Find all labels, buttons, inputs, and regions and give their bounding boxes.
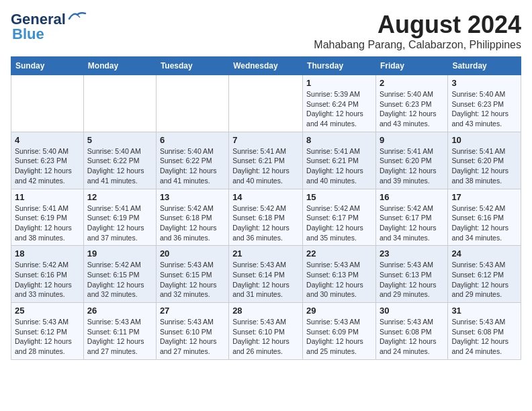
day-number: 21 [232, 248, 299, 259]
col-header-tuesday: Tuesday [156, 57, 228, 75]
calendar-cell [156, 75, 228, 132]
calendar-cell: 2Sunrise: 5:40 AMSunset: 6:23 PMDaylight… [375, 75, 447, 132]
day-info: Sunrise: 5:42 AMSunset: 6:18 PMDaylight:… [232, 203, 299, 243]
calendar-week-row: 11Sunrise: 5:41 AMSunset: 6:19 PMDayligh… [11, 189, 521, 246]
day-info: Sunrise: 5:40 AMSunset: 6:23 PMDaylight:… [380, 89, 444, 129]
day-info: Sunrise: 5:42 AMSunset: 6:15 PMDaylight:… [87, 260, 152, 300]
day-info: Sunrise: 5:41 AMSunset: 6:19 PMDaylight:… [87, 203, 152, 243]
day-info: Sunrise: 5:43 AMSunset: 6:13 PMDaylight:… [306, 260, 372, 300]
calendar-cell: 11Sunrise: 5:41 AMSunset: 6:19 PMDayligh… [11, 189, 84, 246]
day-number: 12 [87, 192, 152, 202]
day-info: Sunrise: 5:43 AMSunset: 6:10 PMDaylight:… [232, 317, 299, 357]
day-info: Sunrise: 5:43 AMSunset: 6:12 PMDaylight:… [15, 317, 80, 357]
calendar-cell: 8Sunrise: 5:41 AMSunset: 6:21 PMDaylight… [303, 132, 376, 189]
day-number: 16 [380, 192, 444, 202]
day-number: 10 [451, 135, 517, 145]
calendar-header-row: SundayMondayTuesdayWednesdayThursdayFrid… [11, 57, 521, 75]
logo-bird-icon [68, 11, 87, 23]
calendar-cell: 19Sunrise: 5:42 AMSunset: 6:15 PMDayligh… [83, 246, 156, 303]
calendar-cell: 29Sunrise: 5:43 AMSunset: 6:09 PMDayligh… [303, 303, 376, 360]
day-number: 15 [306, 192, 372, 202]
day-info: Sunrise: 5:40 AMSunset: 6:22 PMDaylight:… [87, 146, 152, 186]
calendar-cell: 14Sunrise: 5:42 AMSunset: 6:18 PMDayligh… [229, 189, 303, 246]
day-number: 22 [306, 248, 372, 259]
calendar-cell: 23Sunrise: 5:43 AMSunset: 6:13 PMDayligh… [375, 246, 447, 303]
calendar-cell: 15Sunrise: 5:42 AMSunset: 6:17 PMDayligh… [303, 189, 376, 246]
day-number: 5 [87, 135, 152, 145]
day-number: 11 [15, 192, 80, 202]
day-number: 26 [87, 306, 152, 316]
day-number: 14 [232, 192, 299, 202]
day-info: Sunrise: 5:41 AMSunset: 6:20 PMDaylight:… [451, 146, 517, 186]
calendar-cell: 31Sunrise: 5:43 AMSunset: 6:08 PMDayligh… [448, 303, 521, 360]
calendar-cell: 1Sunrise: 5:39 AMSunset: 6:24 PMDaylight… [303, 75, 376, 132]
calendar-cell: 26Sunrise: 5:43 AMSunset: 6:11 PMDayligh… [83, 303, 156, 360]
day-number: 13 [160, 192, 225, 202]
day-info: Sunrise: 5:43 AMSunset: 6:08 PMDaylight:… [451, 317, 517, 357]
col-header-thursday: Thursday [303, 57, 376, 75]
day-info: Sunrise: 5:42 AMSunset: 6:17 PMDaylight:… [380, 203, 444, 243]
calendar-cell: 3Sunrise: 5:40 AMSunset: 6:23 PMDaylight… [448, 75, 521, 132]
calendar-week-row: 1Sunrise: 5:39 AMSunset: 6:24 PMDaylight… [11, 75, 521, 132]
day-number: 30 [380, 306, 444, 316]
day-number: 18 [15, 248, 80, 259]
calendar-cell: 28Sunrise: 5:43 AMSunset: 6:10 PMDayligh… [229, 303, 303, 360]
calendar-cell: 27Sunrise: 5:43 AMSunset: 6:10 PMDayligh… [156, 303, 228, 360]
day-info: Sunrise: 5:43 AMSunset: 6:08 PMDaylight:… [380, 317, 444, 357]
calendar-cell: 5Sunrise: 5:40 AMSunset: 6:22 PMDaylight… [83, 132, 156, 189]
calendar-cell [83, 75, 156, 132]
calendar-week-row: 4Sunrise: 5:40 AMSunset: 6:23 PMDaylight… [11, 132, 521, 189]
day-number: 17 [451, 192, 517, 202]
calendar-week-row: 25Sunrise: 5:43 AMSunset: 6:12 PMDayligh… [11, 303, 521, 360]
calendar-cell: 18Sunrise: 5:42 AMSunset: 6:16 PMDayligh… [11, 246, 84, 303]
page-header: General Blue August 2024 Mahabang Parang… [11, 11, 521, 51]
day-number: 29 [306, 306, 372, 316]
calendar-cell: 6Sunrise: 5:40 AMSunset: 6:22 PMDaylight… [156, 132, 228, 189]
day-number: 7 [232, 135, 299, 145]
col-header-wednesday: Wednesday [229, 57, 303, 75]
day-number: 2 [380, 78, 444, 88]
day-info: Sunrise: 5:40 AMSunset: 6:22 PMDaylight:… [160, 146, 225, 186]
day-number: 28 [232, 306, 299, 316]
calendar-cell: 22Sunrise: 5:43 AMSunset: 6:13 PMDayligh… [303, 246, 376, 303]
calendar-cell: 24Sunrise: 5:43 AMSunset: 6:12 PMDayligh… [448, 246, 521, 303]
day-number: 24 [451, 248, 517, 259]
calendar-cell: 20Sunrise: 5:43 AMSunset: 6:15 PMDayligh… [156, 246, 228, 303]
day-number: 9 [380, 135, 444, 145]
col-header-friday: Friday [375, 57, 447, 75]
calendar-week-row: 18Sunrise: 5:42 AMSunset: 6:16 PMDayligh… [11, 246, 521, 303]
day-number: 4 [15, 135, 80, 145]
calendar-cell [229, 75, 303, 132]
calendar-cell: 21Sunrise: 5:43 AMSunset: 6:14 PMDayligh… [229, 246, 303, 303]
calendar-cell: 12Sunrise: 5:41 AMSunset: 6:19 PMDayligh… [83, 189, 156, 246]
day-info: Sunrise: 5:40 AMSunset: 6:23 PMDaylight:… [451, 89, 517, 129]
day-info: Sunrise: 5:41 AMSunset: 6:20 PMDaylight:… [380, 146, 444, 186]
calendar-cell: 7Sunrise: 5:41 AMSunset: 6:21 PMDaylight… [229, 132, 303, 189]
day-info: Sunrise: 5:42 AMSunset: 6:18 PMDaylight:… [160, 203, 225, 243]
col-header-sunday: Sunday [11, 57, 84, 75]
day-info: Sunrise: 5:43 AMSunset: 6:13 PMDaylight:… [380, 260, 444, 300]
calendar-cell: 13Sunrise: 5:42 AMSunset: 6:18 PMDayligh… [156, 189, 228, 246]
day-info: Sunrise: 5:43 AMSunset: 6:11 PMDaylight:… [87, 317, 152, 357]
calendar-cell: 30Sunrise: 5:43 AMSunset: 6:08 PMDayligh… [375, 303, 447, 360]
day-number: 1 [306, 78, 372, 88]
day-info: Sunrise: 5:40 AMSunset: 6:23 PMDaylight:… [15, 146, 80, 186]
calendar-cell: 17Sunrise: 5:42 AMSunset: 6:16 PMDayligh… [448, 189, 521, 246]
day-info: Sunrise: 5:42 AMSunset: 6:16 PMDaylight:… [15, 260, 80, 300]
calendar-cell: 9Sunrise: 5:41 AMSunset: 6:20 PMDaylight… [375, 132, 447, 189]
title-block: August 2024 Mahabang Parang, Calabarzon,… [314, 11, 521, 51]
col-header-monday: Monday [83, 57, 156, 75]
day-info: Sunrise: 5:43 AMSunset: 6:12 PMDaylight:… [451, 260, 517, 300]
day-number: 8 [306, 135, 372, 145]
day-info: Sunrise: 5:42 AMSunset: 6:17 PMDaylight:… [306, 203, 372, 243]
day-number: 31 [451, 306, 517, 316]
day-info: Sunrise: 5:43 AMSunset: 6:10 PMDaylight:… [160, 317, 225, 357]
calendar-cell: 4Sunrise: 5:40 AMSunset: 6:23 PMDaylight… [11, 132, 84, 189]
col-header-saturday: Saturday [448, 57, 521, 75]
day-info: Sunrise: 5:41 AMSunset: 6:21 PMDaylight:… [306, 146, 372, 186]
day-info: Sunrise: 5:43 AMSunset: 6:15 PMDaylight:… [160, 260, 225, 300]
calendar-cell: 10Sunrise: 5:41 AMSunset: 6:20 PMDayligh… [448, 132, 521, 189]
calendar-cell [11, 75, 84, 132]
day-info: Sunrise: 5:39 AMSunset: 6:24 PMDaylight:… [306, 89, 372, 129]
day-info: Sunrise: 5:42 AMSunset: 6:16 PMDaylight:… [451, 203, 517, 243]
